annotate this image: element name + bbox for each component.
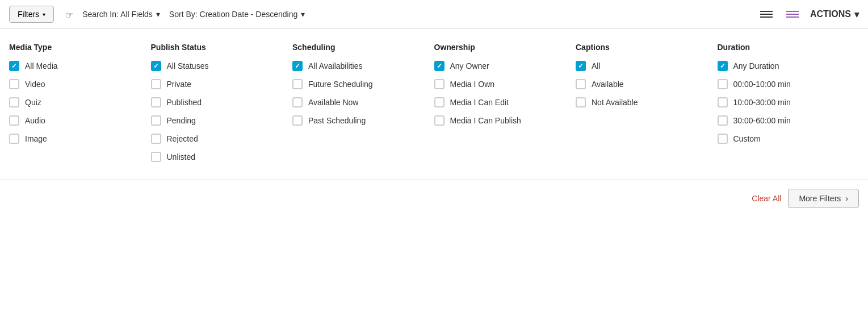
checkbox[interactable] <box>434 97 445 107</box>
checkbox[interactable] <box>292 97 303 107</box>
clear-all-label: Clear All <box>752 194 781 203</box>
filter-item-label: 10:00-30:00 min <box>733 98 791 107</box>
filters-button[interactable]: Filters ▾ <box>9 6 54 23</box>
checkbox[interactable] <box>434 61 445 71</box>
more-filters-label: More Filters <box>799 194 841 203</box>
checkbox[interactable] <box>9 134 19 144</box>
toolbar-right: ACTIONS ▾ <box>758 9 859 20</box>
filter-item[interactable]: Media I Can Publish <box>434 115 569 126</box>
checkbox[interactable] <box>576 79 586 89</box>
checkbox[interactable] <box>718 61 728 71</box>
search-in-button[interactable]: Search In: All Fields ▾ <box>82 10 160 19</box>
filter-header-media-type: Media Type <box>9 43 144 52</box>
filter-item[interactable]: Any Owner <box>434 61 569 71</box>
filter-item-label: All Media <box>25 61 58 71</box>
clear-all-button[interactable]: Clear All <box>752 194 781 203</box>
filter-item-label: 00:00-10:00 min <box>733 80 791 89</box>
filter-item[interactable]: Future Scheduling <box>292 79 427 89</box>
filter-item[interactable]: Not Available <box>576 97 711 107</box>
filter-item[interactable]: 30:00-60:00 min <box>718 115 853 126</box>
filter-item[interactable]: Private <box>151 79 286 89</box>
actions-chevron: ▾ <box>854 9 859 20</box>
filter-header-scheduling: Scheduling <box>292 43 427 52</box>
filter-item-label: Media I Own <box>450 80 495 89</box>
checkbox[interactable] <box>718 79 728 89</box>
filter-item-label: Any Owner <box>450 61 489 71</box>
sort-by-label: Sort By: Creation Date - Descending <box>169 10 297 19</box>
checkbox[interactable] <box>151 152 161 162</box>
filter-item[interactable]: Past Scheduling <box>292 115 427 126</box>
list-view-button[interactable] <box>758 9 775 20</box>
filter-item[interactable]: 10:00-30:00 min <box>718 97 853 107</box>
filter-header-publish-status: Publish Status <box>151 43 286 52</box>
filter-header-duration: Duration <box>718 43 853 52</box>
checkbox[interactable] <box>292 115 303 126</box>
filter-item-label: All Availabilities <box>308 61 362 71</box>
filter-item[interactable]: Available Now <box>292 97 427 107</box>
sort-by-button[interactable]: Sort By: Creation Date - Descending ▾ <box>169 10 305 19</box>
grid-view-button[interactable] <box>784 9 801 20</box>
filter-item[interactable]: Media I Can Edit <box>434 97 569 107</box>
checkbox[interactable] <box>151 79 161 89</box>
filter-item-label: Custom <box>733 134 761 143</box>
checkbox[interactable] <box>151 97 161 107</box>
filter-item-label: Media I Can Publish <box>450 116 521 125</box>
filter-item[interactable]: Quiz <box>9 97 144 107</box>
filter-item[interactable]: Custom <box>718 134 853 144</box>
bottom-bar: Clear All More Filters › <box>0 180 868 217</box>
filter-item[interactable]: Pending <box>151 115 286 126</box>
checkbox[interactable] <box>9 115 19 126</box>
filter-item[interactable]: Audio <box>9 115 144 126</box>
filter-col-media-type: Media TypeAll MediaVideoQuizAudioImage <box>9 43 151 170</box>
checkbox[interactable] <box>151 115 161 126</box>
checkbox[interactable] <box>718 134 728 144</box>
filter-item-label: Available Now <box>308 98 358 107</box>
filter-header-ownership: Ownership <box>434 43 569 52</box>
filter-item-label: Published <box>167 98 202 107</box>
filter-item-label: Pending <box>167 116 196 125</box>
filter-item-label: Image <box>25 134 47 143</box>
checkbox[interactable] <box>151 61 161 71</box>
filter-item[interactable]: Rejected <box>151 134 286 144</box>
sort-by-chevron: ▾ <box>301 10 305 19</box>
filter-item-label: Video <box>25 80 45 89</box>
filter-item[interactable]: All Statuses <box>151 61 286 71</box>
checkbox[interactable] <box>434 79 445 89</box>
checkbox[interactable] <box>151 134 161 144</box>
checkbox[interactable] <box>9 97 19 107</box>
filter-item[interactable]: All <box>576 61 711 71</box>
filter-item[interactable]: All Availabilities <box>292 61 427 71</box>
filter-col-duration: DurationAny Duration00:00-10:00 min10:00… <box>718 43 859 170</box>
filter-col-ownership: OwnershipAny OwnerMedia I OwnMedia I Can… <box>434 43 576 170</box>
checkbox[interactable] <box>718 97 728 107</box>
checkbox[interactable] <box>9 79 19 89</box>
checkbox[interactable] <box>292 61 303 71</box>
filter-item-label: Available <box>592 80 624 89</box>
filter-item[interactable]: Available <box>576 79 711 89</box>
checkbox[interactable] <box>434 115 445 126</box>
checkbox[interactable] <box>576 97 586 107</box>
filter-col-publish-status: Publish StatusAll StatusesPrivatePublish… <box>151 43 293 170</box>
filter-item-label: Future Scheduling <box>308 80 373 89</box>
checkbox[interactable] <box>9 61 19 71</box>
checkbox[interactable] <box>576 61 586 71</box>
checkbox[interactable] <box>292 79 303 89</box>
more-filters-button[interactable]: More Filters › <box>788 189 859 208</box>
search-in-label: Search In: All Fields <box>82 10 153 19</box>
filter-item-label: Unlisted <box>167 152 196 161</box>
filter-item[interactable]: All Media <box>9 61 144 71</box>
toolbar: Filters ▾ ☞ Search In: All Fields ▾ Sort… <box>0 0 868 29</box>
filter-item[interactable]: Published <box>151 97 286 107</box>
filter-item[interactable]: Video <box>9 79 144 89</box>
filter-item[interactable]: Unlisted <box>151 152 286 162</box>
filter-item-label: Rejected <box>167 134 198 143</box>
filter-item[interactable]: Image <box>9 134 144 144</box>
actions-button[interactable]: ACTIONS ▾ <box>810 9 859 20</box>
filter-item-label: Media I Can Edit <box>450 98 509 107</box>
checkbox[interactable] <box>718 115 728 126</box>
filter-item[interactable]: Any Duration <box>718 61 853 71</box>
filter-item[interactable]: 00:00-10:00 min <box>718 79 853 89</box>
filter-item-label: Quiz <box>25 98 41 107</box>
filter-item[interactable]: Media I Own <box>434 79 569 89</box>
actions-label: ACTIONS <box>810 9 851 19</box>
